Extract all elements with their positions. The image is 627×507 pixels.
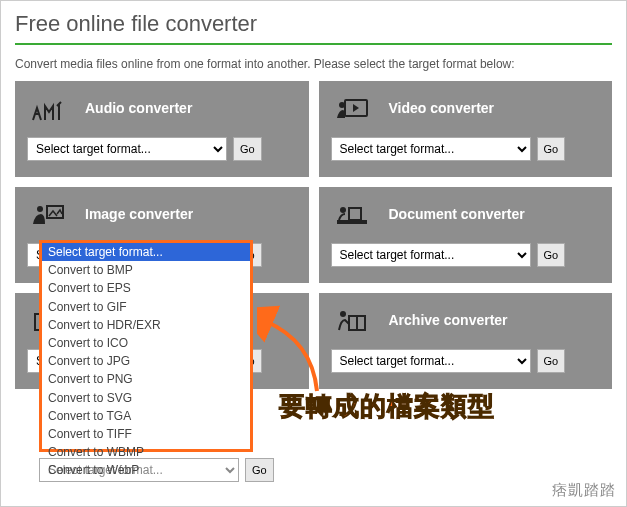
card-title: Image converter <box>85 206 193 222</box>
dropdown-option[interactable]: Convert to TIFF <box>42 425 250 443</box>
intro-text: Convert media files online from one form… <box>15 57 612 71</box>
card-title: Audio converter <box>85 100 192 116</box>
dropdown-option[interactable]: Select target format... <box>42 243 250 261</box>
svg-point-6 <box>340 207 346 213</box>
card-title: Video converter <box>389 100 495 116</box>
card-video: Video converter Select target format... … <box>319 81 613 177</box>
dropdown-option[interactable]: Convert to ICO <box>42 334 250 352</box>
annotation-text: 要轉成的檔案類型 <box>279 389 495 424</box>
dropdown-option[interactable]: Convert to WebP <box>42 461 250 479</box>
card-audio: Audio converter Select target format... … <box>15 81 309 177</box>
dropdown-option[interactable]: Convert to JPG <box>42 352 250 370</box>
dropdown-options-list[interactable]: Select target format...Convert to BMPCon… <box>42 243 250 479</box>
page-title: Free online file converter <box>15 11 612 45</box>
svg-point-1 <box>339 102 345 108</box>
image-dropdown-open: Select target format...Convert to BMPCon… <box>39 240 253 452</box>
card-title: Document converter <box>389 206 525 222</box>
annotation-arrow-icon <box>257 301 337 401</box>
audio-format-select[interactable]: Select target format... <box>27 137 227 161</box>
dropdown-option[interactable]: Convert to EPS <box>42 279 250 297</box>
dropdown-option[interactable]: Convert to BMP <box>42 261 250 279</box>
document-format-select[interactable]: Select target format... <box>331 243 531 267</box>
image-icon <box>27 199 71 229</box>
audio-icon <box>27 93 71 123</box>
watermark: 痞凱踏踏 <box>552 481 616 500</box>
svg-point-3 <box>37 206 43 212</box>
video-format-select[interactable]: Select target format... <box>331 137 531 161</box>
dropdown-option[interactable]: Convert to WBMP <box>42 443 250 461</box>
archive-go-button[interactable]: Go <box>537 349 566 373</box>
document-icon <box>331 199 375 229</box>
dropdown-option[interactable]: Convert to GIF <box>42 298 250 316</box>
video-go-button[interactable]: Go <box>537 137 566 161</box>
dropdown-option[interactable]: Convert to TGA <box>42 407 250 425</box>
audio-go-button[interactable]: Go <box>233 137 262 161</box>
svg-rect-5 <box>349 208 361 220</box>
archive-icon <box>331 305 375 335</box>
dropdown-option[interactable]: Convert to SVG <box>42 389 250 407</box>
dropdown-option[interactable]: Convert to HDR/EXR <box>42 316 250 334</box>
svg-point-9 <box>340 311 346 317</box>
dropdown-option[interactable]: Convert to PNG <box>42 370 250 388</box>
document-go-button[interactable]: Go <box>537 243 566 267</box>
card-title: Archive converter <box>389 312 508 328</box>
card-archive: Archive converter Select target format..… <box>319 293 613 389</box>
archive-format-select[interactable]: Select target format... <box>331 349 531 373</box>
video-icon <box>331 93 375 123</box>
card-document: Document converter Select target format.… <box>319 187 613 283</box>
